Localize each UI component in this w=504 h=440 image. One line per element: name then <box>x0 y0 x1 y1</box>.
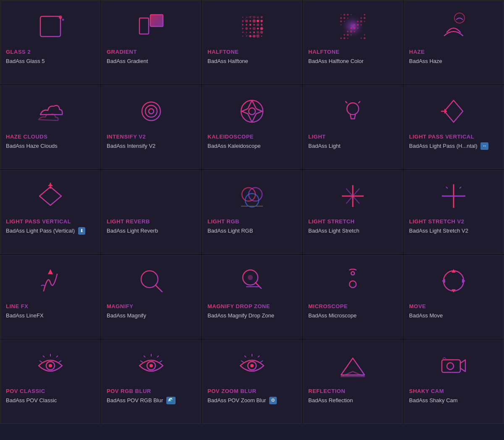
svg-point-89 <box>357 24 359 26</box>
svg-point-69 <box>347 37 348 39</box>
svg-point-30 <box>252 27 255 30</box>
svg-point-9 <box>242 17 243 18</box>
svg-point-16 <box>245 20 248 23</box>
svg-point-8 <box>242 16 262 37</box>
svg-point-29 <box>253 24 255 26</box>
svg-point-53 <box>340 37 342 39</box>
effect-subtitle-pov_rgb_blur: BadAss POV RGB Blur 🌊 <box>107 397 176 404</box>
effect-icon-pov_classic <box>6 347 95 385</box>
svg-line-149 <box>459 187 461 189</box>
svg-line-176 <box>39 361 42 362</box>
svg-point-112 <box>145 105 157 117</box>
effect-subtitle-light_reverb: BadAss Light Reverb <box>107 227 158 235</box>
effect-cell-magnify_drop[interactable]: MAGNIFY DROP ZONEBadAss Magnify Drop Zon… <box>202 255 302 339</box>
effect-cell-gradient[interactable]: GRADIENTBadAss Gradient <box>101 0 201 84</box>
effect-icon-intensify_v2 <box>107 92 196 130</box>
svg-point-43 <box>260 31 263 34</box>
svg-point-80 <box>354 21 354 21</box>
effect-icon-shaky_cam <box>409 347 498 385</box>
svg-point-31 <box>253 31 255 33</box>
effect-title-magnify_drop: MAGNIFY DROP ZONE <box>207 303 270 310</box>
effect-icon-glass2 <box>6 8 95 45</box>
effect-cell-pov_zoom_blur[interactable]: POV ZOOM BLURBadAss POV Zoom Blur ⚙ <box>202 340 302 424</box>
effect-cell-light_pass_vertical[interactable]: LIGHT PASS VERTICALBadAss Light Pass (Ve… <box>0 170 100 254</box>
svg-point-70 <box>351 14 352 15</box>
effect-cell-move[interactable]: MOVEBadAss Move <box>404 255 504 339</box>
svg-line-126 <box>346 102 347 103</box>
svg-point-72 <box>351 21 352 22</box>
effect-title-light_pass_vertical: LIGHT PASS VERTICAL <box>6 218 71 225</box>
effect-cell-intensify_v2[interactable]: INTENSIFY V2BadAss Intensify V2 <box>101 85 201 169</box>
effect-subtitle-microscope: BadAss Microscope <box>308 312 357 320</box>
effect-cell-light_reverb[interactable]: LIGHT REVERBBadAss Light Reverb <box>101 170 201 254</box>
svg-point-4 <box>62 19 64 21</box>
effect-cell-pov_classic[interactable]: POV CLASSICBadAss POV Classic <box>0 340 100 424</box>
svg-rect-0 <box>40 16 60 37</box>
effect-icon-magnify <box>107 262 196 300</box>
effect-cell-light_stretch[interactable]: LIGHT STRETCHBadAss Light Stretch <box>303 170 403 254</box>
svg-point-41 <box>261 24 262 26</box>
effect-icon-haze <box>409 8 498 45</box>
svg-point-106 <box>365 28 365 29</box>
effect-title-line_fx: LINE FX <box>6 303 28 310</box>
svg-point-36 <box>257 28 259 30</box>
effect-cell-microscope[interactable]: MICROSCOPEBadAss Microscope <box>303 255 403 339</box>
svg-point-37 <box>257 31 259 34</box>
svg-point-86 <box>358 15 358 15</box>
svg-line-174 <box>43 356 45 357</box>
effects-grid: GLASS 2BadAss Glass 5GRADIENTBadAss Grad… <box>0 0 504 424</box>
effect-cell-halftone[interactable]: HALFTONEBadAss Halftone <box>202 0 302 84</box>
effect-cell-light[interactable]: LIGHTBadAss Light <box>303 85 403 169</box>
effect-cell-kaleidoscope[interactable]: KALEIDOSCOPEBadAss Kaleidoscope <box>202 85 302 169</box>
svg-point-55 <box>344 17 346 19</box>
effect-cell-halftone_color[interactable]: HALFTONEBadAss Halftone Color <box>303 0 403 84</box>
svg-line-152 <box>155 285 162 292</box>
effect-icon-pov_rgb_blur <box>107 347 196 385</box>
svg-point-109 <box>364 37 366 39</box>
svg-marker-127 <box>444 100 463 122</box>
svg-point-104 <box>364 21 365 22</box>
effect-icon-pov_zoom_blur <box>207 347 297 385</box>
svg-point-99 <box>361 31 362 32</box>
svg-point-95 <box>360 17 362 19</box>
effect-subtitle-glass2: BadAss Glass 5 <box>6 58 45 65</box>
effect-cell-light_rgb[interactable]: LIGHT RGBBadAss Light RGB <box>202 170 302 254</box>
effect-icon-line_fx <box>6 262 95 300</box>
effect-subtitle-light_rgb: BadAss Light RGB <box>207 227 253 235</box>
effect-subtitle-gradient: BadAss Gradient <box>107 58 148 65</box>
effect-cell-haze[interactable]: HAZEBadAss Haze <box>404 0 504 84</box>
effect-subtitle-reflection: BadAss Reflection <box>308 397 353 404</box>
svg-point-73 <box>351 24 351 25</box>
svg-point-81 <box>354 24 355 26</box>
effect-cell-reflection[interactable]: REFLECTIONBadAss Reflection <box>303 340 403 424</box>
svg-line-148 <box>446 187 448 189</box>
effect-cell-glass2[interactable]: GLASS 2BadAss Glass 5 <box>0 0 100 84</box>
effect-title-pov_rgb_blur: POV RGB BLUR <box>107 388 151 395</box>
effect-badge-light_pass_vertical_top: ↔ <box>480 142 488 149</box>
svg-point-58 <box>344 28 345 29</box>
svg-point-108 <box>364 34 365 35</box>
svg-marker-150 <box>48 269 53 274</box>
effect-cell-light_stretch_v2[interactable]: LIGHT STRETCH V2BadAss Light Stretch V2 <box>404 170 504 254</box>
effect-subtitle-haze_clouds: BadAss Haze Clouds <box>6 142 58 150</box>
svg-point-61 <box>344 37 346 39</box>
effect-cell-shaky_cam[interactable]: SHAKY CAMBadAss Shaky Cam <box>404 340 504 424</box>
svg-point-13 <box>242 32 244 33</box>
svg-point-120 <box>347 103 359 115</box>
effect-icon-gradient <box>107 8 196 45</box>
svg-point-172 <box>49 364 52 367</box>
effect-badge-light_pass_vertical: ⬇ <box>78 227 85 234</box>
effect-subtitle-pov_classic: BadAss POV Classic <box>6 397 57 404</box>
effect-cell-light_pass_vertical_top[interactable]: LIGHT PASS VERTICALBadAss Light Pass (H.… <box>404 85 504 169</box>
effect-cell-line_fx[interactable]: LINE FXBadAss LineFX <box>0 255 100 339</box>
svg-point-102 <box>364 14 365 16</box>
effect-cell-haze_clouds[interactable]: HAZE CLOUDSBadAss Haze Clouds <box>0 85 100 169</box>
svg-line-183 <box>140 361 143 362</box>
effect-cell-magnify[interactable]: MAGNIFYBadAss Magnify <box>101 255 201 339</box>
effect-title-microscope: MICROSCOPE <box>308 303 348 310</box>
effect-subtitle-intensify_v2: BadAss Intensify V2 <box>107 142 155 150</box>
effect-icon-light_stretch_v2 <box>409 177 498 215</box>
effect-cell-pov_rgb_blur[interactable]: POV RGB BLURBadAss POV RGB Blur 🌊 <box>101 340 201 424</box>
svg-point-23 <box>249 24 252 26</box>
effect-icon-kaleidoscope <box>207 92 297 130</box>
